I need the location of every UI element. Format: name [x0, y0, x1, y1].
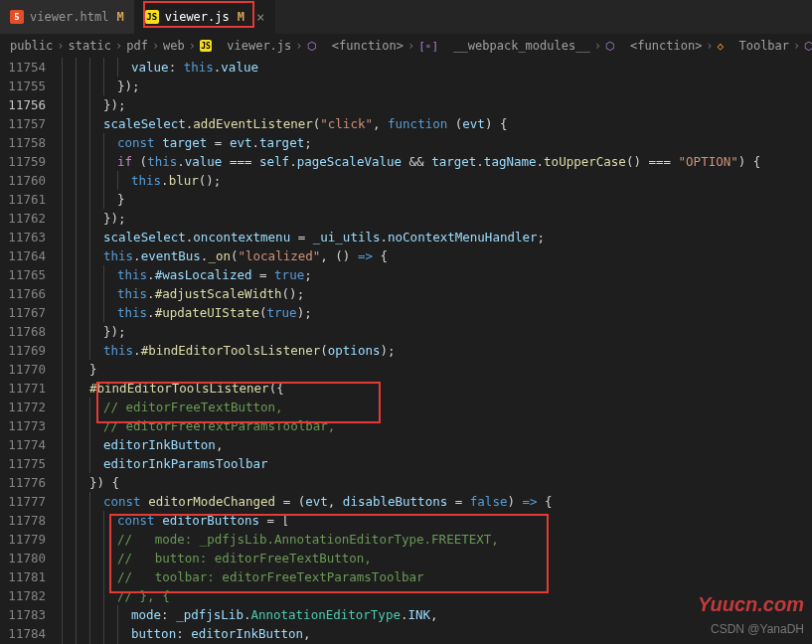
watermark-logo: Yuucn.com	[698, 593, 804, 616]
code-line[interactable]: });	[62, 95, 812, 114]
editor-tabs: 5 viewer.html M JS viewer.js M ×	[0, 0, 812, 34]
code-line[interactable]: this.#updateUIState(true);	[62, 303, 812, 322]
code-line[interactable]: // button: editorFreeTextButton,	[62, 549, 812, 567]
line-number: 11767	[0, 303, 46, 322]
line-number: 11766	[0, 284, 46, 303]
line-number: 11772	[0, 398, 46, 416]
chevron-right-icon: ›	[57, 39, 64, 53]
breadcrumb-item[interactable]: JS viewer.js	[200, 39, 291, 53]
code-line[interactable]: });	[62, 322, 812, 341]
code-line[interactable]: }	[62, 360, 812, 379]
code-line[interactable]: const editorModeChanged = (evt, disableB…	[62, 492, 812, 511]
line-number: 11774	[0, 435, 46, 454]
line-number: 11778	[0, 511, 46, 530]
code-line[interactable]: value: this.value	[62, 58, 812, 77]
code-line[interactable]: this.#adjustScaleWidth();	[62, 284, 812, 303]
line-number: 11758	[0, 133, 46, 152]
line-number: 11770	[0, 360, 46, 379]
line-number: 11760	[0, 171, 46, 190]
code-line[interactable]: editorInkButton,	[62, 435, 812, 454]
code-line[interactable]: }) {	[62, 473, 812, 492]
js-icon: JS	[145, 10, 159, 24]
line-number: 11757	[0, 114, 46, 133]
code-line[interactable]: editorInkParamsToolbar	[62, 454, 812, 473]
chevron-right-icon: ›	[189, 39, 196, 53]
code-line[interactable]: // editorFreeTextParamsToolbar,	[62, 416, 812, 435]
line-number: 11775	[0, 454, 46, 473]
breadcrumb-item[interactable]: ⬡ <function>	[605, 39, 702, 53]
code-line[interactable]: this.#bindEditorToolsListener(options);	[62, 341, 812, 360]
code-line[interactable]: // mode: _pdfjsLib.AnnotationEditorType.…	[62, 530, 812, 549]
code-content[interactable]: value: this.value});});scaleSelect.addEv…	[62, 58, 812, 644]
line-number: 11769	[0, 341, 46, 360]
code-line[interactable]: this.blur();	[62, 171, 812, 190]
line-number: 11780	[0, 549, 46, 567]
modified-indicator: M	[238, 10, 244, 24]
breadcrumb-item[interactable]: pdf	[126, 39, 148, 53]
breadcrumb-item[interactable]: static	[69, 39, 111, 53]
line-number: 11763	[0, 228, 46, 246]
line-number: 11754	[0, 58, 46, 77]
chevron-right-icon: ›	[295, 39, 302, 53]
line-number: 11756	[0, 95, 46, 114]
code-line[interactable]: });	[62, 209, 812, 228]
breadcrumb-item[interactable]: ⬡ #bindListeners	[804, 39, 812, 53]
close-icon[interactable]: ×	[256, 9, 264, 25]
line-number: 11768	[0, 322, 46, 341]
tab-viewer-js[interactable]: JS viewer.js M ×	[135, 0, 276, 34]
line-number: 11773	[0, 416, 46, 435]
chevron-right-icon: ›	[407, 39, 414, 53]
tab-label: viewer.html	[30, 10, 108, 24]
chevron-right-icon: ›	[706, 39, 713, 53]
code-line[interactable]: });	[62, 77, 812, 95]
line-number: 11784	[0, 624, 46, 643]
breadcrumb-item[interactable]: [∘] __webpack_modules__	[418, 39, 589, 53]
line-number: 11759	[0, 152, 46, 171]
code-line[interactable]: }	[62, 190, 812, 209]
code-line[interactable]: // editorFreeTextButton,	[62, 398, 812, 416]
code-line[interactable]: button: editorInkButton,	[62, 624, 812, 643]
code-line[interactable]: if (this.value === self.pageScaleValue &…	[62, 152, 812, 171]
code-editor[interactable]: 1175411755117561175711758117591176011761…	[0, 58, 812, 644]
chevron-right-icon: ›	[594, 39, 601, 53]
line-number: 11755	[0, 77, 46, 95]
modified-indicator: M	[116, 10, 123, 24]
breadcrumb-item[interactable]: web	[163, 39, 185, 53]
chevron-right-icon: ›	[793, 39, 800, 53]
line-number: 11777	[0, 492, 46, 511]
line-number-gutter: 1175411755117561175711758117591176011761…	[0, 58, 62, 644]
line-number: 11764	[0, 246, 46, 265]
line-number: 11771	[0, 379, 46, 398]
chevron-right-icon: ›	[152, 39, 159, 53]
line-number: 11762	[0, 209, 46, 228]
code-line[interactable]: // toolbar: editorFreeTextParamsToolbar	[62, 567, 812, 586]
line-number: 11779	[0, 530, 46, 549]
code-line[interactable]: scaleSelect.addEventListener("click", fu…	[62, 114, 812, 133]
line-number: 11782	[0, 586, 46, 605]
breadcrumb-item[interactable]: ⬡ <function>	[307, 39, 404, 53]
code-line[interactable]: const editorButtons = [	[62, 511, 812, 530]
line-number: 11783	[0, 605, 46, 624]
line-number: 11781	[0, 567, 46, 586]
breadcrumb-item[interactable]: public	[10, 39, 53, 53]
html5-icon: 5	[10, 10, 24, 24]
code-line[interactable]: this.eventBus._on("localized", () => {	[62, 246, 812, 265]
breadcrumb: public › static › pdf › web › JS viewer.…	[0, 34, 812, 58]
tab-viewer-html[interactable]: 5 viewer.html M	[0, 0, 135, 34]
watermark-text: CSDN @YanaDH	[711, 622, 804, 636]
line-number: 11761	[0, 190, 46, 209]
code-line[interactable]: scaleSelect.oncontextmenu = _ui_utils.no…	[62, 228, 812, 246]
code-line[interactable]: #bindEditorToolsListener({	[62, 379, 812, 398]
breadcrumb-item[interactable]: ◇ Toolbar	[718, 39, 789, 53]
line-number: 11776	[0, 473, 46, 492]
chevron-right-icon: ›	[115, 39, 122, 53]
tab-label: viewer.js	[165, 10, 230, 24]
line-number: 11765	[0, 265, 46, 284]
code-line[interactable]: this.#wasLocalized = true;	[62, 265, 812, 284]
code-line[interactable]: const target = evt.target;	[62, 133, 812, 152]
